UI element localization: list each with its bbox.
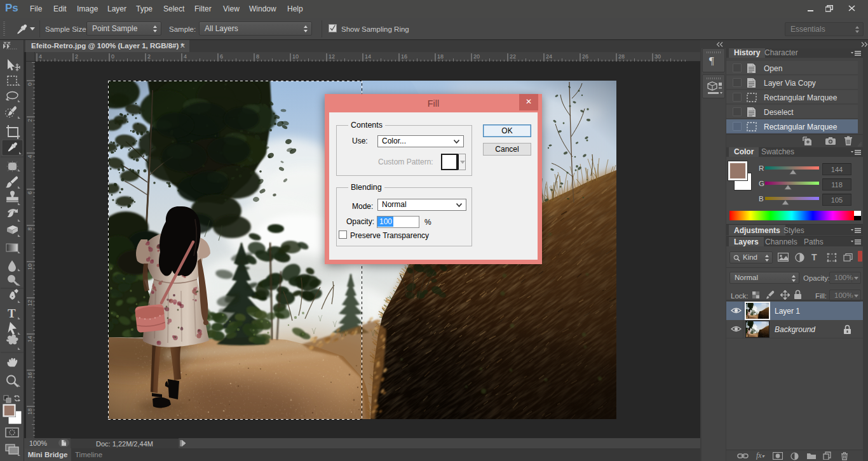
svg-text:24: 24 [546,53,552,60]
svg-text:4: 4 [39,53,42,60]
svg-text:4: 4 [184,53,187,60]
svg-text:18: 18 [27,408,33,415]
svg-text:T: T [8,307,16,320]
svg-text:6: 6 [220,53,223,60]
svg-text:0: 0 [111,53,114,60]
svg-text:12: 12 [329,53,335,60]
svg-text:22: 22 [510,53,516,60]
svg-text:26: 26 [582,53,588,60]
svg-text:28: 28 [618,53,625,60]
svg-text:14: 14 [27,336,33,342]
svg-text:14: 14 [365,53,371,60]
svg-text:30: 30 [654,53,661,60]
svg-text:10: 10 [292,53,299,60]
svg-text:8: 8 [256,53,259,60]
svg-text:2: 2 [147,53,151,60]
svg-text:4: 4 [27,155,33,158]
svg-text:18: 18 [437,53,444,60]
svg-text:8: 8 [27,227,33,230]
svg-text:16: 16 [401,53,407,60]
svg-text:16: 16 [27,372,33,378]
svg-text:2: 2 [75,53,78,60]
svg-text:2: 2 [27,119,33,122]
svg-text:6: 6 [27,191,33,194]
svg-text:10: 10 [27,264,33,270]
svg-text:12: 12 [27,300,33,306]
svg-text:20: 20 [473,53,480,60]
svg-text:0: 0 [27,83,33,86]
